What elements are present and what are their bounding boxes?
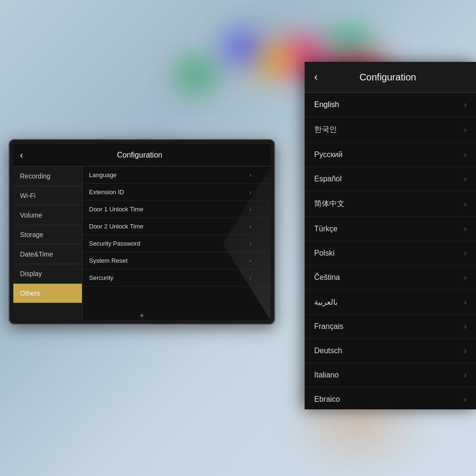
chevron-icon: ›: [464, 249, 466, 258]
menu-item-security-password-label: Security Password: [89, 240, 140, 247]
large-config-header: ‹ Configuration: [305, 62, 476, 93]
small-config-header: ‹ Configuration: [13, 144, 270, 167]
device-screen: ‹ Configuration Recording Wi-Fi Volume S…: [13, 144, 270, 320]
lang-item-polish[interactable]: Polski ›: [305, 241, 476, 266]
small-sidebar: Recording Wi-Fi Volume Storage Date&Time…: [13, 167, 82, 320]
chevron-icon: ›: [464, 273, 466, 282]
lang-label-chinese: 简体中文: [314, 199, 345, 209]
small-config-panel: ‹ Configuration Recording Wi-Fi Volume S…: [13, 144, 270, 320]
chevron-icon: ›: [464, 200, 466, 208]
language-list: English › 한국인 › Русский › Español › 简体中文…: [305, 93, 476, 409]
menu-item-extension-id[interactable]: Extension ID ›: [82, 184, 270, 201]
small-config-body: Recording Wi-Fi Volume Storage Date&Time…: [13, 167, 270, 320]
chevron-icon: ›: [464, 150, 466, 159]
lang-label-hebrew: Ebraico: [314, 395, 340, 404]
lang-item-russian[interactable]: Русский ›: [305, 143, 476, 167]
menu-item-sercurity-label: Sercurity: [89, 274, 113, 281]
chevron-icon: ›: [464, 347, 466, 355]
small-content-area: Language › Extension ID › Door 1 Unlock …: [82, 167, 270, 320]
large-config-title: Configuration: [322, 72, 453, 83]
lang-item-korean[interactable]: 한국인 ›: [305, 117, 476, 143]
lang-label-italian: Italiano: [314, 371, 339, 379]
small-config-title: Configuration: [27, 151, 252, 159]
large-config-panel: ‹ Configuration English › 한국인 › Русский …: [305, 62, 476, 409]
chevron-icon: ›: [464, 322, 466, 331]
chevron-icon: ›: [464, 100, 466, 109]
device-indicator: [140, 314, 143, 317]
sidebar-item-volume[interactable]: Volume: [13, 206, 82, 225]
chevron-icon: ›: [464, 298, 466, 307]
lang-label-french: Français: [314, 322, 343, 331]
sidebar-item-recording[interactable]: Recording: [13, 167, 82, 186]
chevron-icon: ›: [464, 126, 466, 134]
lang-item-chinese[interactable]: 简体中文 ›: [305, 191, 476, 217]
lang-label-arabic: بالعربية: [314, 298, 337, 307]
menu-item-language-label: Language: [89, 171, 117, 178]
small-back-button[interactable]: ‹: [20, 149, 23, 160]
bg-blob-4: [224, 33, 262, 62]
menu-item-system-reset-label: System Reset: [89, 257, 128, 264]
lang-item-german[interactable]: Deutsch ›: [305, 339, 476, 363]
lang-label-polish: Polski: [314, 249, 335, 258]
chevron-icon: ›: [464, 175, 466, 183]
sidebar-item-display[interactable]: Display: [13, 264, 82, 284]
chevron-icon: ›: [249, 172, 251, 178]
lang-item-turkish[interactable]: Türkçe ›: [305, 217, 476, 241]
lang-item-arabic[interactable]: بالعربية ›: [305, 290, 476, 315]
lang-item-italian[interactable]: Italiano ›: [305, 363, 476, 387]
lang-label-russian: Русский: [314, 150, 342, 159]
small-device-panel: ‹ Configuration Recording Wi-Fi Volume S…: [9, 139, 275, 325]
menu-item-extension-id-label: Extension ID: [89, 188, 124, 196]
menu-item-door2-unlock-label: Door 2 Unlock Time: [89, 223, 143, 230]
lang-item-spanish[interactable]: Español ›: [305, 167, 476, 191]
chevron-icon: ›: [464, 225, 466, 233]
bg-blob-6: [176, 62, 214, 88]
sidebar-item-storage[interactable]: Storage: [13, 225, 82, 245]
lang-label-czech: Čeština: [314, 273, 340, 282]
lang-item-czech[interactable]: Čeština ›: [305, 266, 476, 290]
large-back-button[interactable]: ‹: [314, 71, 317, 83]
lang-label-korean: 한국인: [314, 125, 337, 135]
menu-item-door1-unlock-label: Door 1 Unlock Time: [89, 206, 143, 213]
chevron-icon: ›: [249, 189, 251, 196]
lang-label-english: English: [314, 100, 339, 109]
lang-item-hebrew[interactable]: Ebraico ›: [305, 387, 476, 409]
sidebar-item-wifi[interactable]: Wi-Fi: [13, 186, 82, 206]
lang-item-french[interactable]: Français ›: [305, 315, 476, 339]
sidebar-item-datetime[interactable]: Date&Time: [13, 245, 82, 264]
sidebar-item-others[interactable]: Others: [13, 284, 82, 303]
chevron-icon: ›: [464, 395, 466, 404]
lang-item-english[interactable]: English ›: [305, 93, 476, 117]
lang-label-turkish: Türkçe: [314, 225, 337, 233]
chevron-icon: ›: [464, 371, 466, 379]
lang-label-german: Deutsch: [314, 347, 342, 355]
lang-label-spanish: Español: [314, 175, 342, 183]
menu-item-language[interactable]: Language ›: [82, 167, 270, 184]
